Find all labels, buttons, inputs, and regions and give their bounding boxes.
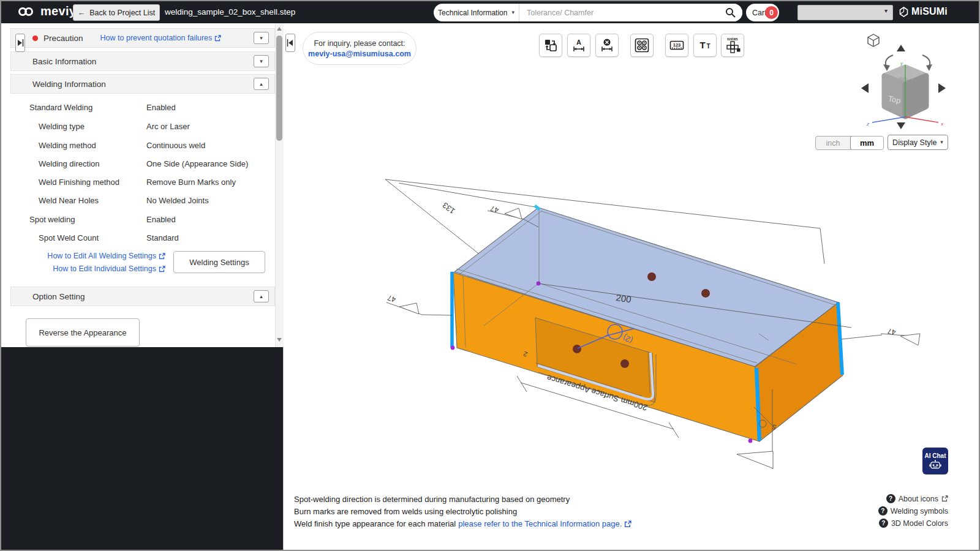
search-icon[interactable]: [725, 7, 736, 18]
small-t-glyph: T: [706, 43, 710, 50]
viewer-collapse-button[interactable]: [285, 34, 295, 52]
question-icon: ?: [879, 519, 888, 528]
dim-depth-label: 133: [440, 201, 456, 216]
meviy-logo[interactable]: meviy: [16, 4, 76, 18]
chevron-down-icon: ▾: [511, 10, 514, 15]
section-option-setting: Option Setting ▴: [10, 287, 275, 306]
unit-mm-option[interactable]: mm: [850, 136, 884, 150]
svg-text:y: y: [900, 61, 903, 66]
isometric-view-icon[interactable]: [868, 34, 879, 47]
weld-size-label-right: 47: [887, 327, 897, 337]
svg-text:A: A: [576, 39, 581, 46]
welding-row-spot-welding: Spot welding Enabled: [10, 215, 268, 227]
misumi-brand-name: MiSUMi: [911, 6, 948, 17]
back-arrow-icon: ←: [78, 9, 86, 17]
ai-chat-button[interactable]: AI Chat: [922, 448, 948, 474]
chevron-down-icon: ▾: [884, 8, 888, 14]
collapse-precaution-button[interactable]: ▾: [254, 32, 269, 44]
collapse-welding-information-button[interactable]: ▴: [254, 78, 269, 90]
meviy-app-window: meviy ← Back to Project List welding_sam…: [0, 0, 980, 551]
prevent-quotation-failures-link[interactable]: How to prevent quotation failures: [100, 34, 222, 42]
inquiry-email-link[interactable]: meviy-usa@misumiusa.com: [308, 50, 411, 58]
technical-information-page-link[interactable]: please refer to the Technical Informatio…: [458, 519, 622, 528]
welding-row-weld-finishing: Weld Finishing method Remove Burn Marks …: [10, 178, 268, 190]
six-views-button[interactable]: 6VIEWS: [721, 34, 744, 57]
chevron-down-icon: ▾: [940, 140, 943, 145]
external-link-icon: [624, 520, 631, 528]
unit-toggle: inch mm: [815, 136, 884, 150]
expand-right-icon: [17, 38, 24, 48]
display-style-dropdown[interactable]: Display Style ▾: [888, 135, 948, 150]
rotate-down-arrow[interactable]: [897, 122, 905, 129]
collapse-left-icon: [287, 38, 294, 48]
basic-information-title: Basic Information: [32, 57, 96, 66]
back-button-label: Back to Project List: [89, 9, 155, 17]
text-size-button[interactable]: T T: [693, 34, 717, 57]
measure-values-button[interactable]: 123: [665, 34, 688, 57]
note-spot-welding: Spot-welding direction is determined dur…: [294, 495, 570, 504]
welding-row-welding-type: Welding type Arc or Laser: [10, 122, 268, 134]
search-category-value: Technical Information: [438, 9, 507, 17]
about-icons-link[interactable]: ? About icons: [834, 494, 948, 503]
measure-icon-text: 123: [673, 42, 681, 48]
section-basic-information: Basic Information ▾: [10, 51, 275, 71]
external-link-icon: [214, 35, 221, 42]
weld-size-label-left: 47: [386, 293, 397, 304]
dimension-text-button[interactable]: A: [567, 34, 590, 57]
collapse-option-setting-button[interactable]: ▴: [254, 290, 269, 302]
hole-group-button[interactable]: [630, 34, 654, 57]
rotate-right-arrow[interactable]: [938, 83, 946, 93]
welding-row-weld-near-holes: Weld Near Holes No Welded Joints: [10, 196, 268, 208]
search-input[interactable]: [519, 4, 742, 21]
option-setting-title: Option Setting: [32, 292, 85, 301]
large-t-glyph: T: [699, 40, 705, 50]
precaution-status-dot: [32, 36, 38, 41]
cart-count-badge: 0: [765, 6, 778, 19]
section-welding-information: Welding Information ▴: [10, 74, 275, 94]
rotate-up-arrow[interactable]: [897, 45, 905, 51]
edit-all-welding-settings-link[interactable]: How to Edit All Welding Settings: [10, 252, 165, 260]
reverse-appearance-button[interactable]: Reverse the Appearance: [26, 318, 140, 347]
rotate-left-arrow[interactable]: [861, 83, 869, 93]
expand-basic-information-button[interactable]: ▾: [254, 55, 269, 67]
edit-individual-settings-link[interactable]: How to Edit Individual Settings: [10, 264, 165, 273]
question-icon: ?: [878, 506, 888, 515]
section-precaution: Precaution How to prevent quotation fail…: [10, 28, 275, 48]
file-name: welding_sample_02_box_shell.step: [165, 7, 295, 17]
weld-size-label-top: 47: [489, 204, 500, 214]
dimension-delete-button[interactable]: [595, 34, 619, 57]
axes-indicator: y x z: [866, 61, 944, 127]
external-link-icon: [941, 495, 948, 502]
cart-button[interactable]: Cart 0: [746, 4, 779, 21]
precaution-title: Precaution: [43, 34, 83, 43]
back-to-project-list-button[interactable]: ← Back to Project List: [73, 4, 160, 21]
model-colors-link[interactable]: ? 3D Model Colors: [834, 519, 948, 528]
scroll-up-icon[interactable]: [277, 27, 282, 31]
sidebar-expand-button[interactable]: [15, 34, 25, 52]
brand-name: meviy: [40, 4, 76, 18]
welding-settings-button[interactable]: Welding Settings: [173, 251, 265, 273]
unit-inch-option[interactable]: inch: [816, 137, 850, 149]
question-icon: ?: [886, 494, 895, 503]
sidebar-scrollbar-thumb[interactable]: [276, 36, 282, 141]
scroll-down-icon[interactable]: [277, 338, 282, 342]
search-category-select[interactable]: Technical Information ▾: [434, 4, 519, 21]
account-select[interactable]: ▾: [797, 5, 893, 20]
rotate-left-icon[interactable]: [883, 55, 893, 71]
external-link-icon: [159, 266, 165, 272]
welding-row-spot-weld-count: Spot Weld Count Standard: [10, 233, 268, 246]
misumi-logo[interactable]: MiSUMi: [899, 6, 948, 17]
rotate-right-icon[interactable]: [922, 55, 932, 71]
robot-icon: [929, 460, 941, 470]
search-bar: Technical Information ▾: [434, 4, 742, 21]
view-cube-cluster: Top Front y x z: [858, 29, 958, 137]
external-link-icon: [159, 253, 165, 260]
quote-panel: Quantity 1 ▾ ? Price list by quantity Sh…: [1, 347, 284, 550]
replace-part-button[interactable]: [539, 34, 562, 57]
note-weld-finish: Weld finish type appearance for each mat…: [294, 519, 631, 528]
welding-symbols-link[interactable]: ? Welding symbols: [834, 506, 948, 515]
topbar: meviy ← Back to Project List welding_sam…: [1, 1, 979, 23]
inquiry-text: For inquiry, please contact:: [314, 39, 405, 48]
welding-information-title: Welding Information: [32, 80, 106, 89]
meviy-infinity-icon: [16, 6, 38, 18]
